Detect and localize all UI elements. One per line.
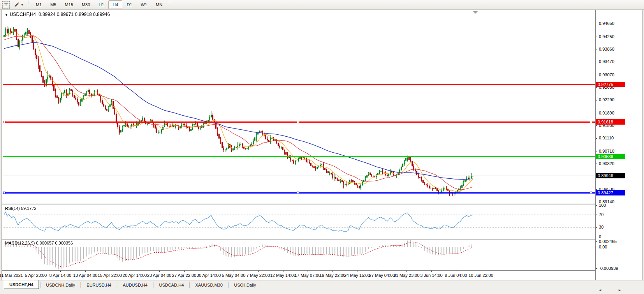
time-tick xyxy=(234,271,234,272)
time-tick-label: 31 May 23:00 xyxy=(394,273,420,278)
price-tick-label: 0.91110 xyxy=(599,136,614,141)
tab-usdcad-h4[interactable]: USDCAD,H4 xyxy=(155,281,188,289)
macd-max-label: 0.002465 xyxy=(599,239,617,244)
time-tick-label: 8 Apr 14:00 xyxy=(49,273,71,278)
time-tick-label: 13 Apr 04:00 xyxy=(73,273,97,278)
time-tick xyxy=(159,271,160,272)
time-tick xyxy=(481,271,481,272)
time-tick-label: 8 Jun 04:00 xyxy=(445,273,467,278)
chart-symbol: USDCHF,H4 xyxy=(10,12,36,17)
price-tick-label: 0.92290 xyxy=(599,97,614,102)
rsi-tick-label: 30 xyxy=(599,225,604,230)
time-tick-label: 12 May 14:00 xyxy=(270,273,296,278)
rsi-tick xyxy=(596,215,597,215)
price-tick xyxy=(596,189,597,190)
time-tick xyxy=(36,271,36,272)
time-tick xyxy=(209,271,209,272)
time-tick xyxy=(11,271,11,272)
tab-usoil-daily[interactable]: USOil,Daily xyxy=(230,281,260,289)
time-tick xyxy=(85,271,86,272)
timeframe-m1[interactable]: M1 xyxy=(32,0,46,9)
timeframe-w1[interactable]: W1 xyxy=(136,0,151,9)
rsi-label: RSI(14) 59.1772 xyxy=(5,206,37,211)
panel-separator[interactable] xyxy=(2,239,642,239)
chart-canvas[interactable] xyxy=(3,10,595,271)
tab-separator: │ xyxy=(39,282,42,288)
time-tick xyxy=(333,271,333,272)
time-tick-label: 19 May 22:00 xyxy=(320,273,346,278)
time-tick xyxy=(283,271,283,272)
price-tick-label: 0.93070 xyxy=(599,72,614,77)
rsi-tick-label: 100 xyxy=(599,203,606,208)
time-axis-separator xyxy=(2,270,642,271)
price-tick-label: 0.94650 xyxy=(599,21,614,26)
time-tick-label: 24 May 15:00 xyxy=(344,273,370,278)
rsi-tick xyxy=(596,205,597,206)
panel-separator[interactable] xyxy=(2,204,642,204)
timeframe-bar: M1M5M15M30H1H4D1W1MN xyxy=(32,0,167,9)
timeframe-m5[interactable]: M5 xyxy=(46,0,60,9)
time-tick-label: 31 Mar 2021 xyxy=(0,273,23,278)
time-tick-label: 30 Apr 14:00 xyxy=(197,273,221,278)
tab-scroll-right-button[interactable]: ► xyxy=(618,288,621,292)
price-badge-0.89427: 0.89427 xyxy=(596,190,625,195)
time-tick-label: 27 Apr 22:00 xyxy=(172,273,196,278)
tab-eurusd-h4[interactable]: EURUSD,H4 xyxy=(82,281,116,289)
price-tick xyxy=(596,75,597,75)
chart-tab-bar: ◄ ► USDCHF,H4│USDCNH,Daily│EURUSD,H4│AUD… xyxy=(0,280,644,294)
chevron-down-icon: ▼ xyxy=(21,3,24,7)
price-tick xyxy=(596,202,597,202)
rsi-tick xyxy=(596,237,597,237)
tab-separator: │ xyxy=(116,282,119,288)
price-tick xyxy=(596,87,597,88)
chart-ohlc: 0.89924 0.89971 0.89918 0.89946 xyxy=(39,12,110,17)
timeframe-h4[interactable]: H4 xyxy=(108,0,122,9)
price-tick xyxy=(596,37,597,37)
time-tick xyxy=(308,271,308,272)
time-tick xyxy=(135,271,135,272)
timeframe-m15[interactable]: M15 xyxy=(60,0,77,9)
tab-xauusd-m30[interactable]: XAUUSD,M30 xyxy=(191,281,227,289)
terminal-window: { "toolbar": { "text_tool_label": "T", "… xyxy=(0,0,644,294)
price-tick xyxy=(596,113,597,113)
tab-audusd-h4[interactable]: AUDUSD,H4 xyxy=(118,281,152,289)
price-tick-label: 0.91890 xyxy=(599,111,614,116)
rsi-tick xyxy=(596,227,597,228)
annotation-tool-button[interactable]: ▼ xyxy=(13,0,25,9)
time-tick xyxy=(258,271,259,272)
price-tick-label: 0.90710 xyxy=(599,149,614,154)
price-badge-0.89946: 0.89946 xyxy=(596,173,625,178)
toolbar-separator xyxy=(170,1,170,8)
time-tick-label: 15 Apr 22:00 xyxy=(98,273,122,278)
tab-usdchf-h4[interactable]: USDCHF,H4 xyxy=(4,280,39,289)
chart-window: ▼USDCHF,H4 0.89924 0.89971 0.89918 0.899… xyxy=(2,10,642,280)
price-tick xyxy=(596,151,597,151)
price-badge-0.92775: 0.92775 xyxy=(596,82,625,87)
brush-icon xyxy=(14,1,20,9)
toolbar-separator xyxy=(28,1,28,8)
time-tick-label: 17 May 07:00 xyxy=(295,273,321,278)
text-tool-button[interactable]: T xyxy=(2,1,10,9)
macd-label: MACD(12,26,9) 0.000657 0.000356 xyxy=(5,241,73,245)
time-tick xyxy=(406,271,407,272)
price-tick xyxy=(596,49,597,49)
time-tick xyxy=(184,271,185,272)
time-tick-label: 10 Jun 22:00 xyxy=(468,273,493,278)
tab-scroll-left-button[interactable]: ◄ xyxy=(598,288,602,292)
time-tick-label: 27 May 04:00 xyxy=(369,273,395,278)
timeframe-h1[interactable]: H1 xyxy=(94,0,108,9)
timeframe-d1[interactable]: D1 xyxy=(122,0,136,9)
time-tick xyxy=(357,271,357,272)
timeframe-mn[interactable]: MN xyxy=(151,0,167,9)
price-badge-0.90539: 0.90539 xyxy=(596,154,625,159)
price-axis: 0.946500.942500.938600.934700.930700.926… xyxy=(595,10,642,280)
price-tick-label: 0.93470 xyxy=(599,59,614,64)
tab-separator: │ xyxy=(152,282,155,288)
price-tick xyxy=(596,138,597,139)
tab-usdcnh-daily[interactable]: USDCNH,Daily xyxy=(42,281,79,289)
time-tick-label: 20 Apr 14:00 xyxy=(123,273,147,278)
tab-separator: │ xyxy=(188,282,191,288)
timeframe-m30[interactable]: M30 xyxy=(77,0,94,9)
chart-title: ▼USDCHF,H4 0.89924 0.89971 0.89918 0.899… xyxy=(5,12,110,17)
time-tick xyxy=(382,271,382,272)
